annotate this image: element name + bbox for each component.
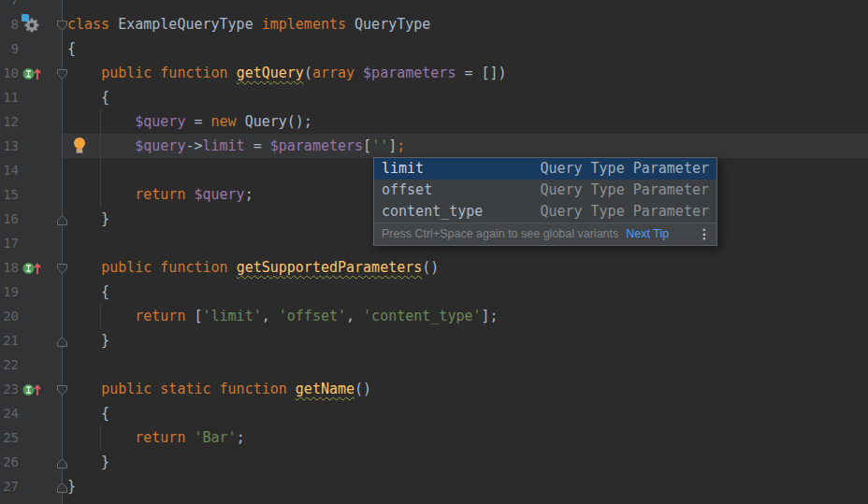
code-token — [67, 186, 135, 203]
code-line-23[interactable]: public static function getName() — [67, 377, 371, 401]
code-line-9[interactable]: { — [67, 36, 76, 61]
code-token — [354, 65, 363, 81]
code-token: array — [312, 65, 354, 81]
code-token: 'limit' — [203, 308, 262, 324]
code-token: = []) — [456, 65, 506, 81]
code-token: public static function — [101, 381, 296, 397]
code-token — [67, 259, 101, 276]
line-number-12: 12 — [0, 109, 19, 134]
line-number-16: 16 — [0, 207, 19, 231]
code-token: , — [262, 308, 279, 324]
code-token — [67, 381, 101, 397]
code-token: class — [67, 16, 109, 33]
line-number-18: 18 — [0, 255, 19, 280]
code-token: -> — [185, 137, 202, 154]
code-token: ]; — [482, 308, 499, 324]
popup-hint-text: Press Ctrl+Space again to see global var… — [382, 223, 618, 245]
code-token: new — [211, 113, 237, 130]
code-token: } — [67, 478, 76, 495]
next-tip-link[interactable]: Next Tip — [626, 223, 669, 245]
implements-method-icon[interactable] — [22, 382, 41, 400]
code-token — [67, 429, 135, 446]
code-token: getName — [296, 381, 354, 397]
line-number-21: 21 — [0, 328, 19, 353]
line-number-26: 26 — [0, 450, 19, 474]
code-line-25[interactable]: return 'Bar'; — [67, 425, 245, 450]
code-editor: 789101112131415161718192021222324252627 … — [0, 0, 868, 504]
code-token: } — [67, 210, 109, 227]
code-token: } — [67, 332, 109, 349]
code-token: [ — [185, 308, 202, 324]
code-token: = — [245, 137, 270, 154]
line-number-10: 10 — [0, 61, 19, 85]
code-token: 'offset' — [279, 308, 346, 324]
completion-item-content_type[interactable]: content_typeQuery Type Parameter — [374, 201, 716, 223]
code-token: } — [67, 454, 109, 470]
completion-popup: limitQuery Type ParameteroffsetQuery Typ… — [373, 157, 717, 246]
code-token: $query — [135, 113, 185, 130]
code-line-24[interactable]: { — [67, 401, 109, 425]
code-token: $query — [135, 137, 185, 154]
line-number-20: 20 — [0, 304, 19, 328]
code-token: 'Bar' — [194, 429, 236, 446]
code-token: { — [67, 89, 109, 106]
line-number-27: 27 — [0, 474, 19, 498]
code-line-19[interactable]: { — [67, 280, 109, 304]
completion-item-name: offset — [382, 180, 432, 201]
code-token: return — [135, 186, 185, 203]
code-token: public function — [101, 65, 237, 81]
completion-item-type: Query Type Parameter — [432, 180, 709, 201]
line-number-15: 15 — [0, 182, 19, 207]
line-number-13: 13 — [0, 134, 19, 158]
code-token: Query(); — [237, 113, 312, 130]
code-line-15[interactable]: return $query; — [67, 182, 253, 207]
code-line-10[interactable]: public function getQuery(array $paramete… — [67, 61, 507, 85]
code-token: '' — [371, 137, 388, 154]
code-line-18[interactable]: public function getSupportedParameters() — [67, 255, 439, 280]
code-token: { — [67, 40, 76, 57]
completion-item-offset[interactable]: offsetQuery Type Parameter — [374, 180, 716, 201]
implements-method-icon[interactable] — [22, 66, 41, 84]
line-number-8: 8 — [0, 12, 19, 36]
code-line-26[interactable]: } — [67, 450, 109, 474]
line-number-24: 24 — [0, 401, 19, 425]
code-token: $parameters — [270, 137, 363, 154]
code-token: public function — [101, 259, 237, 276]
code-token: = — [185, 113, 210, 130]
code-token: { — [67, 283, 109, 300]
code-token: return — [135, 429, 185, 446]
code-token: [ — [363, 137, 371, 154]
implements-method-icon[interactable] — [22, 261, 41, 279]
completion-item-type: Query Type Parameter — [424, 158, 709, 180]
code-token — [67, 113, 135, 130]
code-line-20[interactable]: return ['limit', 'offset', 'content_type… — [67, 304, 499, 328]
code-line-27[interactable]: } — [67, 474, 76, 498]
gear-icon[interactable] — [22, 14, 41, 37]
code-token: return — [135, 308, 185, 324]
line-number-19: 19 — [0, 280, 19, 304]
code-token: getQuery — [237, 65, 304, 81]
kebab-menu-icon[interactable]: ⋮ — [698, 223, 711, 245]
line-number-11: 11 — [0, 85, 19, 109]
code-token: 'content_type' — [363, 308, 481, 324]
code-line-11[interactable]: { — [67, 85, 109, 109]
code-token: () — [422, 259, 439, 276]
code-token: $parameters — [363, 65, 456, 81]
completion-item-name: limit — [382, 158, 424, 180]
completion-item-limit[interactable]: limitQuery Type Parameter — [374, 158, 716, 180]
line-number-14: 14 — [0, 158, 19, 182]
code-line-13[interactable]: $query->limit = $parameters['']; — [67, 134, 405, 158]
code-line-16[interactable]: } — [67, 207, 109, 231]
code-token: limit — [203, 137, 245, 154]
code-line-8[interactable]: class ExampleQueryType implements QueryT… — [67, 12, 430, 36]
code-token: , — [346, 308, 363, 324]
code-token: QueryType — [346, 16, 430, 33]
line-number-7: 7 — [0, 0, 19, 12]
code-line-12[interactable]: $query = new Query(); — [67, 109, 312, 134]
code-token — [67, 137, 135, 154]
line-number-9: 9 — [0, 36, 19, 61]
code-token: ; — [237, 429, 245, 446]
code-line-21[interactable]: } — [67, 328, 109, 353]
line-number-22: 22 — [0, 353, 19, 377]
code-token: { — [67, 405, 109, 422]
